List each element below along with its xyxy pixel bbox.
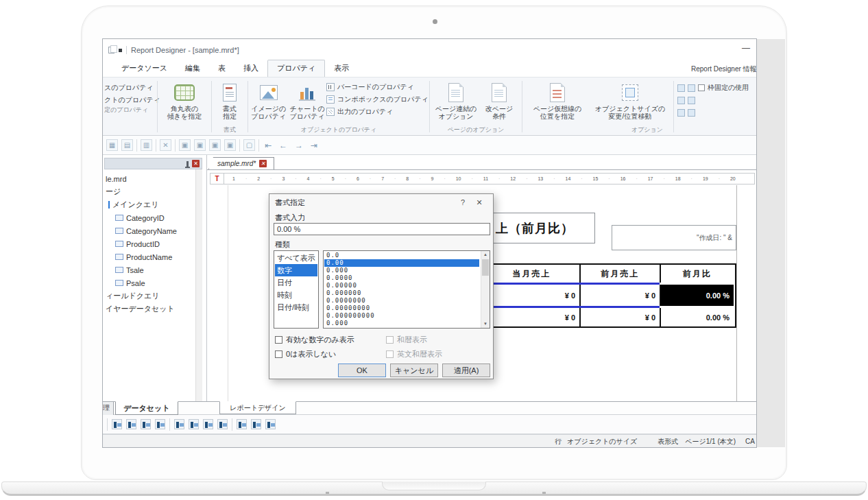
creation-date-textbox[interactable]: "作成日: " & (612, 225, 736, 250)
help-icon[interactable]: ? (455, 198, 471, 206)
document-close-button[interactable]: ✕ (259, 160, 267, 167)
pattern-item[interactable]: 0.00000000 (324, 305, 479, 312)
category-item-date[interactable]: 日付 (275, 276, 317, 289)
tree-item-product-id[interactable]: ProductID (104, 237, 195, 250)
valid-digits-checkbox[interactable]: 有効な数字のみ表示 (275, 335, 354, 345)
zero-hide-checkbox[interactable]: 0は表示しない (275, 349, 336, 359)
tree-item-psale[interactable]: Psale (104, 276, 195, 289)
report-designer-info-label[interactable]: Report Designer 情報 (691, 64, 756, 74)
tab-dataset[interactable]: データセット (115, 401, 178, 415)
panel-close-button[interactable]: ✕ (192, 160, 200, 167)
object-align-icon[interactable] (155, 419, 165, 429)
report-title-textbox[interactable]: 上（前月比） (492, 213, 595, 243)
header-month-over-month[interactable]: 前月比 (660, 265, 734, 283)
cell-current-sales[interactable]: ¥ 0 (484, 308, 579, 326)
report-table[interactable]: 当月売上 前月売上 前月比 ¥ 0 ¥ 0 0.00 % ¥ 0 (483, 263, 736, 328)
chart-properties-button[interactable]: チャートの プロパティ (288, 78, 326, 120)
cell-month-ratio-selected[interactable]: 0.00 % (660, 285, 734, 306)
object-distribute-icon[interactable] (174, 419, 184, 429)
toolbar-icon[interactable]: ▥ (141, 139, 152, 151)
object-distribute-icon[interactable] (203, 419, 213, 429)
cell-previous-sales[interactable]: ¥ 0 (579, 285, 660, 306)
tree-item-category-id[interactable]: CategoryID (104, 211, 195, 224)
toolbar-icon[interactable]: ▦ (106, 139, 118, 151)
toolbar-icon[interactable]: ▢ (243, 139, 255, 151)
category-item-time[interactable]: 時刻 (275, 289, 317, 301)
option-icon[interactable] (677, 84, 685, 92)
pattern-item[interactable]: 0.0000 (324, 274, 479, 282)
go-next-icon[interactable]: → (293, 141, 305, 150)
cell-month-ratio[interactable]: 0.00 % (660, 308, 734, 326)
document-tab[interactable]: sample.mrd* ✕ (208, 157, 274, 169)
category-item-number[interactable]: 数字 (275, 264, 317, 276)
object-align-icon[interactable] (141, 419, 151, 429)
object-distribute-icon[interactable] (189, 419, 199, 429)
pattern-item[interactable]: 0.0 (324, 252, 479, 259)
pattern-item-selected[interactable]: 0.00 (324, 259, 479, 267)
tree-item-main-query[interactable]: メインクエリ (104, 198, 195, 211)
category-item-all[interactable]: すべて表示 (275, 252, 317, 264)
pattern-item[interactable]: 0.0000000 (324, 297, 479, 305)
object-size-icon[interactable] (237, 419, 247, 429)
tree-item-layer-dataset[interactable]: イヤーデータセット (104, 302, 195, 316)
page-break-condition-button[interactable]: 改ページ 条件 (479, 78, 519, 120)
tree-item-product-name[interactable]: ProductName (104, 250, 195, 263)
checkbox[interactable] (275, 336, 282, 344)
apply-button[interactable]: 適用(A) (442, 364, 490, 377)
go-last-icon[interactable]: ⇥ (309, 141, 320, 150)
tree-item-page[interactable]: ージ (104, 185, 195, 198)
frame-lock-checkbox[interactable] (698, 84, 705, 91)
tab-view[interactable]: 表示 (325, 60, 358, 77)
checkbox[interactable] (275, 350, 282, 358)
option-icon[interactable] (688, 109, 695, 117)
format-specify-button[interactable]: 書式 指定 (223, 78, 237, 120)
pin-icon[interactable] (186, 161, 189, 167)
go-previous-icon[interactable]: ← (277, 141, 289, 150)
pattern-item[interactable]: 0.00000 (324, 282, 479, 289)
pattern-item[interactable]: 0.000 (324, 267, 479, 274)
tab-report-design[interactable]: レポートデザイン (219, 401, 296, 414)
object-resize-move-button[interactable]: オブジェクトサイズの 変更/位置移動 (590, 78, 671, 120)
close-icon[interactable]: ✕ (471, 198, 487, 207)
tab-datasource[interactable]: データソース (112, 60, 176, 77)
cancel-button[interactable]: キャンセル (390, 364, 438, 377)
toolbar-icon[interactable]: ▣ (194, 139, 206, 151)
tab-table[interactable]: 表 (209, 60, 234, 77)
partial-tab[interactable]: 理 (103, 402, 114, 415)
header-current-month-sales[interactable]: 当月売上 (484, 265, 579, 283)
tree-item-tsale[interactable]: Tsale (104, 263, 195, 276)
option-icon[interactable] (688, 97, 695, 104)
page-link-options-button[interactable]: ページ連結の オプション (433, 78, 479, 120)
category-item-datetime[interactable]: 日付/時刻 (275, 301, 317, 313)
output-properties-button[interactable]: 出力のプロパティ (326, 106, 429, 118)
barcode-properties-button[interactable]: バーコードのプロパティ (326, 81, 429, 93)
object-align-icon[interactable] (126, 419, 136, 429)
combobox-properties-button[interactable]: コンボボックスのプロパティ (326, 93, 429, 106)
tree-item-category-name[interactable]: CategoryName (104, 224, 195, 237)
toolbar-icon[interactable]: ▣ (179, 139, 191, 151)
toolbar-icon[interactable]: ▣ (224, 139, 236, 151)
option-icon[interactable] (688, 84, 695, 92)
option-icon[interactable] (677, 109, 685, 117)
ok-button[interactable]: OK (338, 364, 386, 377)
pattern-item[interactable]: 0.000000000 (324, 312, 479, 320)
tree-item-field-query[interactable]: ィールドクエリ (104, 289, 195, 302)
cut-button-source-properties[interactable]: スのプロパティ (104, 82, 156, 94)
object-distribute-icon[interactable] (217, 419, 228, 429)
pattern-listbox[interactable]: 0.0 0.00 0.000 0.0000 0.00000 0.000000 0… (323, 250, 490, 329)
format-input[interactable]: 0.00 % (274, 223, 490, 235)
scroll-up-icon[interactable]: ▲ (481, 251, 490, 259)
pattern-item[interactable]: 0.000000 (324, 289, 479, 297)
pattern-item[interactable]: 0.000 (324, 320, 479, 327)
cut-button-object-properties[interactable]: クトのプロパティ (104, 94, 156, 106)
toolbar-icon[interactable]: ▣ (209, 139, 221, 151)
delete-icon[interactable]: ✕ (160, 139, 171, 151)
pattern-scrollbar[interactable]: ▲ ▼ (481, 251, 490, 328)
object-size-icon[interactable] (251, 419, 261, 429)
image-properties-button[interactable]: イメージの プロパティ (249, 78, 288, 120)
scroll-down-icon[interactable]: ▼ (481, 320, 490, 328)
rounded-table-slope-button[interactable]: 角丸表の 傾きを指定 (167, 78, 202, 120)
tree-item-mrd-file[interactable]: le.mrd (104, 172, 195, 185)
object-align-icon[interactable] (112, 419, 122, 429)
dialog-title-bar[interactable]: 書式指定 ? ✕ (269, 194, 493, 211)
